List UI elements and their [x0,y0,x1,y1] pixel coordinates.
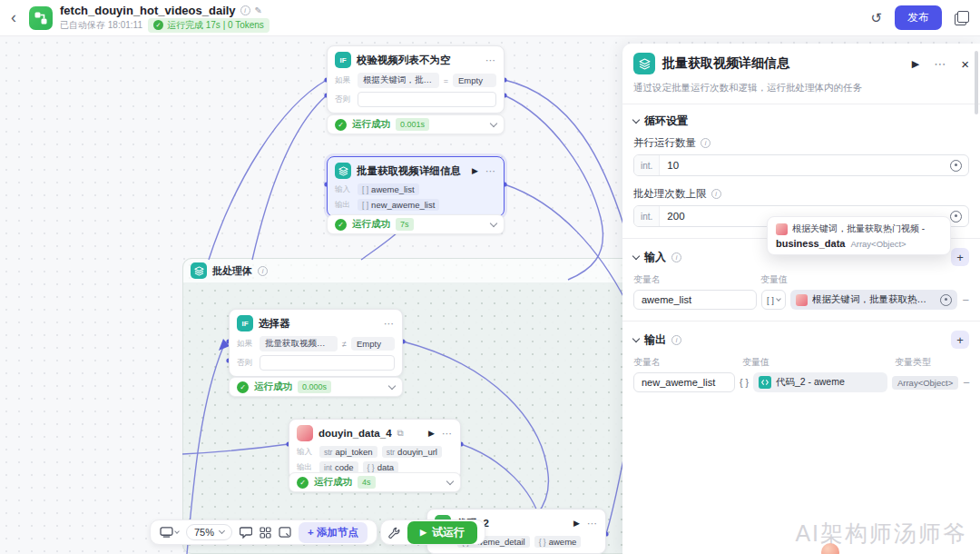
add-output-button[interactable]: + [951,331,969,349]
parallel-count-input[interactable]: int. 10 [633,154,969,176]
test-run-label: 试运行 [432,525,465,540]
else-branch-field[interactable] [358,92,496,107]
type-prefix: { } [539,538,546,547]
back-icon[interactable]: ‹ [11,8,29,27]
plugin-avatar-icon [297,425,313,441]
output-value-reference[interactable]: 代码_2 - aweme [753,372,887,392]
section-title: 输出 [644,332,666,348]
output-name-field[interactable]: new_aweme_list [633,372,735,392]
info-icon[interactable]: i [711,189,721,199]
status-text: 运行成功 [314,476,352,489]
edit-icon[interactable]: ✎ [255,5,262,15]
condition-left[interactable]: 根据关键词，批量... [358,73,439,88]
status-selector[interactable]: ✓ 运行成功 0.000s [229,377,403,397]
chevron-down-icon[interactable] [490,119,497,126]
input-label: 输入 [335,184,353,195]
run-node-icon[interactable]: ▶ [428,429,435,438]
add-input-button[interactable]: + [951,248,969,266]
type-prefix: { } [368,463,375,472]
status-batch-fetch[interactable]: ✓ 运行成功 7s [327,214,505,234]
variable-ref-icon[interactable] [950,160,962,172]
parallel-count-label: 并行运行数量 i [633,136,969,150]
add-node-button[interactable]: + 添加节点 [299,522,368,543]
chevron-down-icon[interactable] [446,477,454,484]
layout-icon[interactable] [160,527,179,538]
chevron-down-icon[interactable] [490,219,497,226]
condition-right[interactable]: Empty [351,337,395,351]
comment-icon[interactable] [240,527,252,539]
loop-settings-section[interactable]: 循环设置 [633,114,969,129]
success-icon: ✓ [335,119,347,131]
more-icon[interactable]: ⋯ [384,318,395,330]
close-icon[interactable]: × [961,56,969,72]
more-icon[interactable]: ⋯ [442,428,453,440]
status-check-list[interactable]: ✓ 运行成功 0.001s [327,114,505,134]
duplicate-icon[interactable] [955,11,969,25]
more-icon[interactable]: ⋯ [485,165,496,177]
batch-body-title: 批处理体 [212,264,252,278]
autosave-status: 已自动保存 18:01:11 [60,19,142,32]
run-node-icon[interactable]: ▶ [912,58,919,70]
duration-badge: 0.000s [298,381,331,393]
success-icon: ✓ [335,219,347,231]
input-variable-tag: str douyin_url [382,446,442,458]
remove-output-button[interactable]: − [963,376,970,390]
run-node-icon[interactable]: ▶ [472,166,478,175]
condition-right[interactable]: Empty [453,74,496,87]
success-icon: ✓ [237,381,249,393]
node-title: 选择器 [259,317,290,331]
input-row: aweme_list [ ] 根据关键词，批量获取热门视频 - b... − [633,290,969,310]
output-label: 输出 [297,462,315,473]
input-value-reference[interactable]: 根据关键词，批量获取热门视频 - b... [790,290,957,310]
if-label: 如果 [335,75,353,86]
source-node-avatar [796,294,808,306]
publish-button[interactable]: 发布 [895,5,942,30]
duration-badge: 0.001s [396,118,429,131]
zoom-level-value: 75% [194,527,214,538]
variable-tooltip: 根据关键词，批量获取热门视频 - business_data Array<Obj… [767,216,951,255]
condition-left[interactable]: 批量获取视频详细... [260,336,338,351]
status-douyin-data[interactable]: ✓ 运行成功 4s [289,472,461,492]
more-icon[interactable]: ⋯ [934,57,946,71]
remove-input-button[interactable]: − [962,293,969,307]
output-section[interactable]: 输出 i + [633,331,969,349]
history-icon[interactable]: ↺ [870,10,882,26]
panel-subtitle: 通过设定批量运行次数和逻辑，运行批处理体内的任务 [633,82,969,94]
operator: = [444,76,448,85]
wrench-icon[interactable] [388,527,400,539]
node-batch-fetch[interactable]: 批量获取视频详细信息 ▶ ⋯ 输入 [ ] aweme_list 输出 [ ] … [327,156,505,217]
zoom-level-select[interactable]: 75% [186,524,232,540]
batch-body-info-icon[interactable]: i [258,266,268,276]
chevron-down-icon[interactable] [388,381,396,389]
node-check-list[interactable]: IF 校验视频列表不为空 ⋯ 如果 根据关键词，批量... = Empty 否则 [327,45,505,114]
workflow-title: fetch_douyin_hot_videos_daily [60,4,236,17]
else-label: 否则 [335,94,353,105]
more-icon[interactable]: ⋯ [587,518,598,529]
workflow-editor: ‹ fetch_douyin_hot_videos_daily i ✎ 已自动保… [0,0,980,554]
more-icon[interactable]: ⋯ [485,54,496,66]
play-icon: ▶ [420,528,426,537]
panel-scrollbar[interactable] [975,51,978,114]
node-title: 校验视频列表不为空 [357,54,451,67]
else-branch-field[interactable] [260,355,395,371]
parallel-count-value[interactable]: 10 [660,160,950,171]
run-toolbar: ▶ 试运行 [380,519,485,545]
title-info-icon[interactable]: i [240,5,250,15]
input-name-field[interactable]: aweme_list [633,290,757,310]
node-grid-icon[interactable] [260,527,271,539]
node-selector[interactable]: IF 选择器 ⋯ 如果 批量获取视频详细... ≠ Empty 否则 [229,309,403,377]
node-douyin-data[interactable]: douyin_data_4 ⧉ ▶ ⋯ 输入 str api_token str… [289,419,461,480]
info-icon[interactable]: i [671,252,681,262]
input-variable-tag: str api_token [319,446,377,458]
chevron-down-icon [632,116,640,124]
run-node-icon[interactable]: ▶ [573,519,580,528]
minimap-icon[interactable] [279,527,291,538]
variable-ref-icon[interactable] [940,294,952,306]
input-type-dropdown[interactable]: [ ] [761,290,786,310]
info-icon[interactable]: i [671,335,681,345]
workflow-app-icon [29,6,53,30]
info-icon[interactable]: i [701,138,710,148]
code-icon [759,376,771,389]
test-run-button[interactable]: ▶ 试运行 [407,521,477,544]
variable-ref-icon[interactable] [950,211,962,223]
